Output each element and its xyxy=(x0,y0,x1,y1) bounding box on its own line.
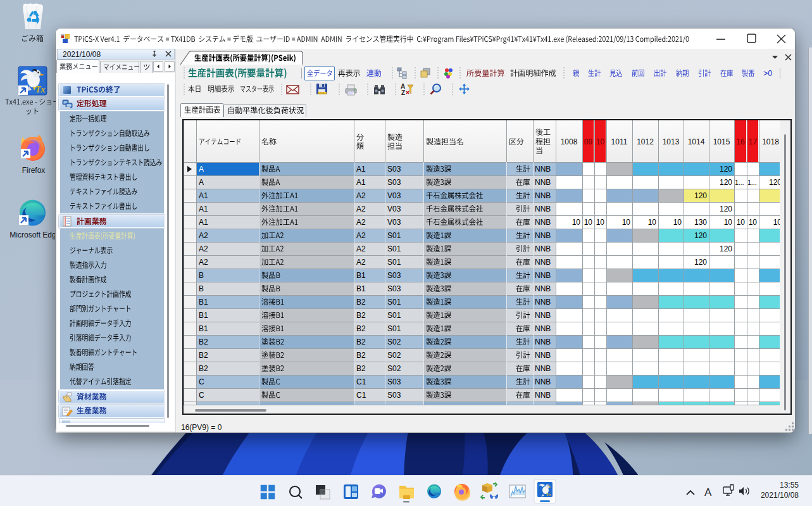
svg-text:A: A xyxy=(704,486,712,498)
svg-text:Z: Z xyxy=(401,89,405,96)
svg-text:Tx: Tx xyxy=(35,85,46,94)
svg-text:Tx: Tx xyxy=(546,492,551,497)
